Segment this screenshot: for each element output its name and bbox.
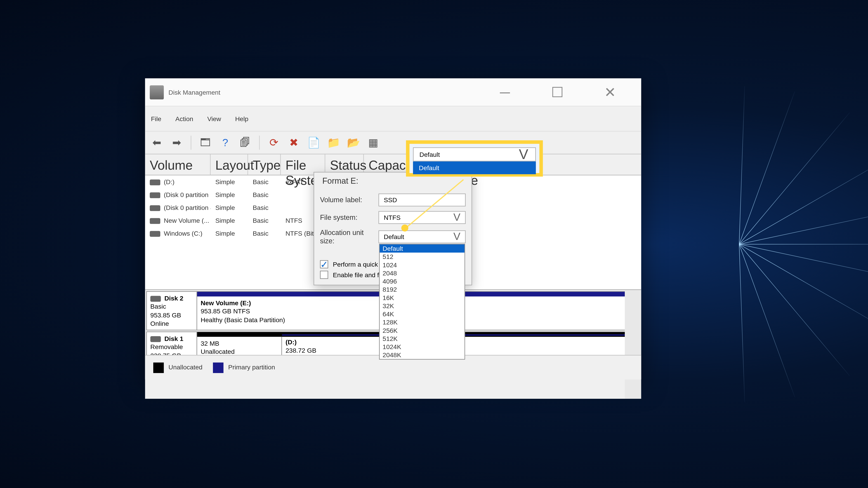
table-icon[interactable]: ▦ [365,134,381,151]
alloc-option[interactable]: 512K [380,334,465,343]
refresh-icon[interactable]: 🗔 [197,134,213,151]
nav-forward-icon[interactable]: ➡ [168,134,185,151]
col-layout[interactable]: Layout [211,154,248,175]
alloc-option[interactable]: 16K [380,293,465,302]
alloc-option[interactable]: 1024K [380,343,465,351]
menubar: File Action View Help [145,106,641,131]
close-button[interactable]: ✕ [584,78,637,106]
scan-icon[interactable]: ⟳ [266,134,282,151]
alloc-option[interactable]: 2048K [380,351,465,359]
alloc-size-dropdown: Default512102420484096819216K32K64K128K2… [379,244,465,359]
alloc-option[interactable]: 4096 [380,277,465,285]
titlebar: Disk Management ─ ☐ ✕ [145,78,641,106]
alloc-option[interactable]: Default [380,245,465,253]
alloc-option[interactable]: 8192 [380,285,465,293]
legend-primary: Primary partition [228,363,275,370]
minimize-button[interactable]: ─ [478,78,531,106]
allocation-callout: DefaultV Default [406,140,543,176]
menu-file[interactable]: File [151,115,161,122]
file-system-label: File system: [320,214,379,222]
format-dialog: Format E: Volume label: SSD File system:… [313,172,472,285]
help-icon[interactable]: ? [217,134,233,151]
alloc-option[interactable]: 32K [380,302,465,310]
legend-unallocated: Unallocated [168,363,202,370]
quick-format-checkbox[interactable]: ✓ [320,260,328,268]
alloc-option[interactable]: 1024 [380,261,465,269]
window-title: Disk Management [168,89,220,96]
scrollbar[interactable] [625,290,641,399]
alloc-size-select[interactable]: DefaultV Default512102420484096819216K32… [378,230,466,243]
menu-help[interactable]: Help [235,115,248,122]
delete-icon[interactable]: ✖ [285,134,302,151]
callout-highlighted-option[interactable]: Default [413,161,536,174]
alloc-option[interactable]: 256K [380,326,465,334]
alloc-size-label: Allocation unit size: [320,229,379,245]
file-system-select[interactable]: NTFSV [378,211,466,224]
col-type[interactable]: Type [248,154,281,175]
enable-compress-checkbox[interactable] [320,271,328,279]
properties-icon[interactable]: 🗐 [237,134,253,151]
volume-label-input[interactable]: SSD [378,194,466,206]
new-icon[interactable]: 📄 [305,134,322,151]
chevron-down-icon: V [454,231,460,243]
alloc-option[interactable]: 128K [380,318,465,326]
viewport-scaler: Disk Management ─ ☐ ✕ File Action View H… [0,0,868,488]
alloc-option[interactable]: 2048 [380,269,465,277]
alloc-option[interactable]: 512 [380,253,465,261]
callout-select[interactable]: DefaultV [413,147,536,161]
chevron-down-icon: V [454,212,460,224]
disk-management-window: Disk Management ─ ☐ ✕ File Action View H… [145,78,641,380]
nav-back-icon[interactable]: ⬅ [149,134,165,151]
volume-label-label: Volume label: [320,196,379,204]
toolbar: ⬅ ➡ 🗔 ? 🗐 ⟳ ✖ 📄 📁 📂 ▦ [145,131,641,155]
app-icon [150,85,164,99]
chevron-down-icon: V [519,146,528,162]
folder2-icon[interactable]: 📂 [345,134,362,151]
callout-pointer-dot [401,225,408,232]
menu-view[interactable]: View [207,115,221,122]
folder-icon[interactable]: 📁 [325,134,342,151]
alloc-option[interactable]: 64K [380,310,465,318]
col-volume[interactable]: Volume [145,154,211,175]
maximize-button[interactable]: ☐ [531,78,584,106]
menu-action[interactable]: Action [176,115,193,122]
